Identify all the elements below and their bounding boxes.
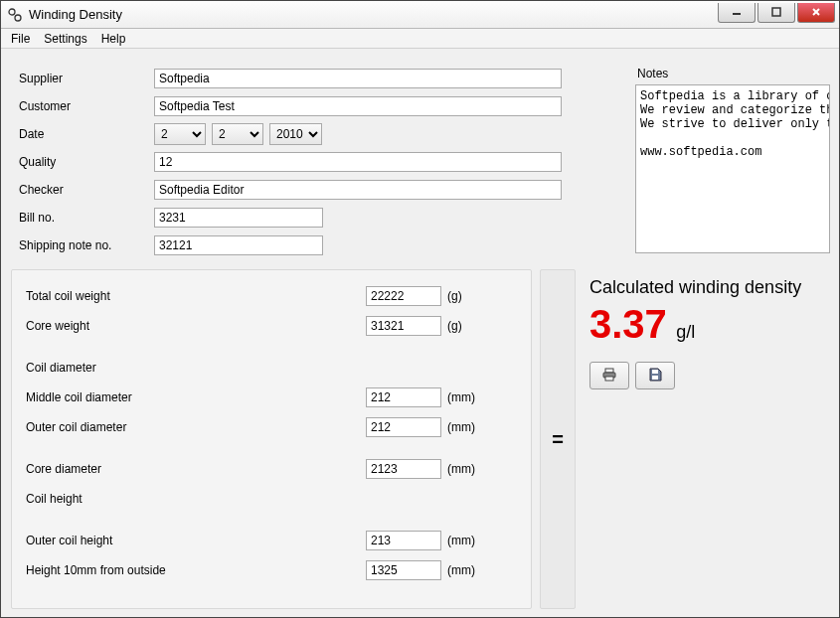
bill-input[interactable] xyxy=(154,208,323,228)
quality-label: Quality xyxy=(15,155,154,169)
unit-g: (g) xyxy=(447,289,462,303)
save-icon xyxy=(647,367,663,386)
middle-diameter-input[interactable] xyxy=(366,387,441,407)
menu-help[interactable]: Help xyxy=(95,30,132,48)
content-area: Supplier Customer Date 2 2 2010 Quality xyxy=(1,49,839,617)
result-value: 3.37 xyxy=(589,304,667,344)
print-icon xyxy=(601,367,617,386)
checker-label: Checker xyxy=(15,183,154,197)
unit-g: (g) xyxy=(447,319,462,333)
menubar: File Settings Help xyxy=(1,29,839,49)
total-coil-weight-input[interactable] xyxy=(366,286,441,306)
supplier-label: Supplier xyxy=(15,72,154,85)
save-button[interactable] xyxy=(635,362,675,389)
result-unit: g/l xyxy=(676,322,695,342)
form-panel: Supplier Customer Date 2 2 2010 Quality xyxy=(11,59,627,261)
quality-input[interactable] xyxy=(154,152,562,172)
svg-point-0 xyxy=(9,9,15,15)
titlebar: Winding Density xyxy=(1,1,839,29)
shipping-input[interactable] xyxy=(154,235,323,255)
unit-mm: (mm) xyxy=(447,420,475,434)
date-year-select[interactable]: 2010 xyxy=(269,123,322,145)
unit-mm: (mm) xyxy=(447,563,475,577)
core-diameter-label: Core diameter xyxy=(26,462,366,476)
close-button[interactable] xyxy=(797,3,835,23)
result-panel: Calculated winding density 3.37 g/l xyxy=(584,269,831,609)
total-coil-weight-label: Total coil weight xyxy=(26,289,366,303)
height-10mm-input[interactable] xyxy=(366,560,441,580)
svg-rect-8 xyxy=(605,377,613,381)
height-10mm-label: Height 10mm from outside xyxy=(26,563,366,577)
svg-rect-3 xyxy=(772,8,780,16)
svg-rect-10 xyxy=(652,376,658,380)
app-icon xyxy=(7,7,23,23)
shipping-label: Shipping note no. xyxy=(15,238,154,252)
notes-textarea[interactable] xyxy=(635,84,830,253)
svg-rect-9 xyxy=(652,370,658,374)
maximize-button[interactable] xyxy=(757,3,795,23)
print-button[interactable] xyxy=(589,362,629,389)
unit-mm: (mm) xyxy=(447,390,475,404)
notes-label: Notes xyxy=(635,67,830,80)
coil-height-heading: Coil height xyxy=(26,492,366,506)
outer-height-input[interactable] xyxy=(366,531,441,550)
unit-mm: (mm) xyxy=(447,534,475,547)
core-weight-input[interactable] xyxy=(366,316,441,336)
checker-input[interactable] xyxy=(154,180,562,200)
svg-rect-6 xyxy=(605,369,613,373)
outer-diameter-input[interactable] xyxy=(366,417,441,437)
middle-diameter-label: Middle coil diameter xyxy=(26,390,366,404)
menu-settings[interactable]: Settings xyxy=(38,30,92,48)
minimize-button[interactable] xyxy=(718,3,756,23)
equals-button[interactable]: = xyxy=(540,269,576,609)
customer-input[interactable] xyxy=(154,96,562,116)
result-title: Calculated winding density xyxy=(589,277,825,298)
notes-panel: Notes xyxy=(635,59,836,261)
bill-label: Bill no. xyxy=(15,211,154,225)
date-label: Date xyxy=(15,127,154,141)
outer-height-label: Outer coil height xyxy=(26,534,366,547)
outer-diameter-label: Outer coil diameter xyxy=(26,420,366,434)
customer-label: Customer xyxy=(15,99,154,113)
supplier-input[interactable] xyxy=(154,69,562,88)
coil-diameter-heading: Coil diameter xyxy=(26,361,366,375)
date-day-select[interactable]: 2 xyxy=(154,123,206,145)
date-month-select[interactable]: 2 xyxy=(212,123,263,145)
window-title: Winding Density xyxy=(29,7,122,22)
core-weight-label: Core weight xyxy=(26,319,366,333)
menu-file[interactable]: File xyxy=(5,30,36,48)
unit-mm: (mm) xyxy=(447,462,475,476)
core-diameter-input[interactable] xyxy=(366,459,441,479)
coil-panel: Total coil weight (g) Core weight (g) Co… xyxy=(11,269,532,609)
svg-point-1 xyxy=(15,15,21,21)
